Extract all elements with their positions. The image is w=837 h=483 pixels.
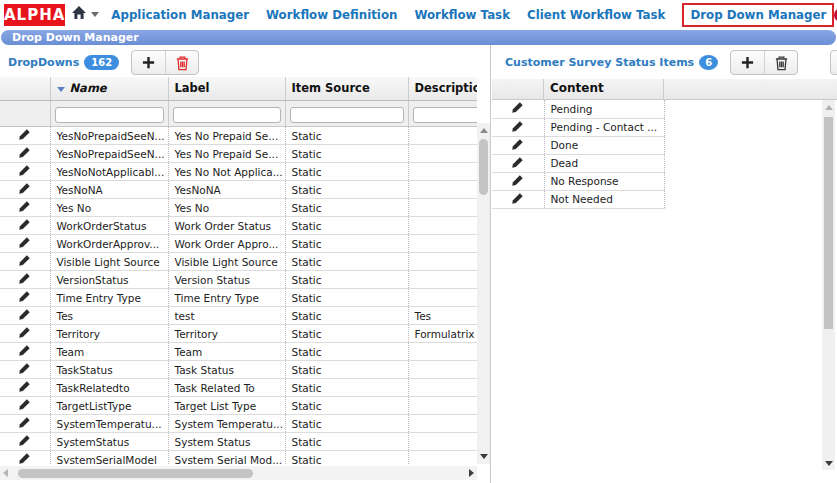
edit-cell[interactable] (0, 163, 50, 181)
edit-cell[interactable] (0, 199, 50, 217)
dropdown-row[interactable]: YesNoPrepaidSeeN...Yes No Prepaid Se...S… (0, 145, 477, 163)
edit-icon[interactable] (511, 101, 524, 114)
add-item-button[interactable] (731, 51, 764, 74)
nav-workflow-definition[interactable]: Workflow Definition (266, 8, 397, 22)
survey-items-vertical-scrollbar[interactable] (822, 100, 835, 470)
nav-application-manager[interactable]: Application Manager (111, 8, 249, 22)
edit-icon[interactable] (18, 452, 31, 464)
scroll-down-icon[interactable] (480, 454, 488, 459)
edit-cell[interactable] (0, 289, 50, 307)
dropdown-row[interactable]: TerritoryTerritoryStaticFormulatrix (0, 325, 477, 343)
edit-cell[interactable] (492, 118, 544, 136)
edit-cell[interactable] (0, 415, 50, 433)
dropdown-row[interactable]: VersionStatusVersion StatusStatic (0, 271, 477, 289)
survey-item-row[interactable]: Dead (492, 154, 664, 172)
edit-icon[interactable] (511, 192, 524, 205)
scroll-up-icon[interactable] (825, 105, 833, 110)
edit-icon[interactable] (18, 416, 31, 429)
dropdowns-horizontal-scrollbar[interactable] (0, 466, 477, 480)
edit-cell[interactable] (0, 217, 50, 235)
dropdown-row[interactable]: TaskRelatedtoTask Related ToStatic (0, 379, 477, 397)
edit-icon[interactable] (18, 128, 31, 141)
dropdown-row[interactable]: SystemStatusSystem StatusStatic (0, 433, 477, 451)
dropdown-row[interactable]: Time Entry TypeTime Entry TypeStatic (0, 289, 477, 307)
edit-icon[interactable] (18, 200, 31, 213)
edit-icon[interactable] (18, 254, 31, 267)
edit-icon[interactable] (18, 308, 31, 321)
nav-client-workflow-task[interactable]: Client Workflow Task (527, 8, 665, 22)
edit-cell[interactable] (0, 271, 50, 289)
edit-cell[interactable] (0, 433, 50, 451)
column-header-description[interactable]: Description (408, 77, 477, 100)
edit-icon[interactable] (18, 380, 31, 393)
edit-cell[interactable] (0, 325, 50, 343)
scroll-left-icon[interactable] (3, 469, 8, 477)
dropdown-row[interactable]: SystemTemperatu...System Temperatu...Sta… (0, 415, 477, 433)
edit-icon[interactable] (18, 326, 31, 339)
dropdown-row[interactable]: YesNoPrepaidSeeN...Yes No Prepaid Se...S… (0, 127, 477, 145)
edit-cell[interactable] (0, 235, 50, 253)
vertical-scrollbar-thumb[interactable] (824, 117, 833, 329)
survey-item-row[interactable]: Done (492, 136, 664, 154)
column-header-name[interactable]: Name (50, 77, 168, 100)
dropdown-row[interactable]: TargetListTypeTarget List TypeStatic (0, 397, 477, 415)
edit-icon[interactable] (18, 362, 31, 375)
filter-description-input[interactable] (413, 107, 478, 123)
horizontal-scrollbar-thumb[interactable] (18, 469, 253, 478)
scroll-right-icon[interactable] (469, 469, 474, 477)
filter-item-source-input[interactable] (290, 107, 404, 123)
edit-icon[interactable] (18, 236, 31, 249)
dropdown-row[interactable]: WorkOrderStatusWork Order StatusStatic (0, 217, 477, 235)
edit-cell[interactable] (0, 145, 50, 163)
dropdown-row[interactable]: YesNoNAYesNoNAStatic (0, 181, 477, 199)
survey-item-row[interactable]: No Response (492, 172, 664, 190)
dropdown-row[interactable]: YesNoNotApplicabl...Yes No Not Applica..… (0, 163, 477, 181)
edit-icon[interactable] (511, 174, 524, 187)
edit-cell[interactable] (0, 253, 50, 271)
filter-name-input[interactable] (55, 107, 164, 123)
edit-cell[interactable] (0, 451, 50, 465)
add-dropdown-button[interactable] (132, 51, 165, 74)
delete-item-button[interactable] (764, 51, 797, 74)
dropdown-row[interactable]: WorkOrderApprov...Work Order Appro...Sta… (0, 235, 477, 253)
alpha-logo[interactable]: ALPHA (4, 4, 65, 26)
edit-cell[interactable] (0, 397, 50, 415)
edit-cell[interactable] (0, 361, 50, 379)
edit-icon[interactable] (18, 434, 31, 447)
edit-icon[interactable] (511, 138, 524, 151)
edit-icon[interactable] (18, 272, 31, 285)
edit-cell[interactable] (0, 127, 50, 145)
edit-cell[interactable] (492, 190, 544, 208)
edit-cell[interactable] (0, 343, 50, 361)
scroll-down-icon[interactable] (825, 461, 833, 466)
dropdown-row[interactable]: TeamTeamStatic (0, 343, 477, 361)
survey-item-row[interactable]: Pending - Contact ... (492, 118, 664, 136)
edit-cell[interactable] (0, 181, 50, 199)
home-menu[interactable] (71, 5, 99, 24)
vertical-scrollbar-thumb[interactable] (479, 139, 488, 195)
edit-icon[interactable] (18, 290, 31, 303)
dropdown-row[interactable]: SystemSerialModelSystem Serial Mod...Sta… (0, 451, 477, 465)
nav-workflow-task[interactable]: Workflow Task (414, 8, 510, 22)
dropdown-row[interactable]: TestestStaticTes (0, 307, 477, 325)
column-header-item-source[interactable]: Item Source (285, 77, 408, 100)
filter-label-input[interactable] (173, 107, 281, 123)
edit-icon[interactable] (511, 120, 524, 133)
edit-icon[interactable] (18, 398, 31, 411)
dropdown-row[interactable]: TaskStatusTask StatusStatic (0, 361, 477, 379)
edit-icon[interactable] (18, 146, 31, 159)
edit-cell[interactable] (492, 154, 544, 172)
survey-item-row[interactable]: Pending (492, 100, 664, 118)
edit-cell[interactable] (492, 136, 544, 154)
dropdown-row[interactable]: Yes NoYes NoStatic (0, 199, 477, 217)
dropdown-row[interactable]: Visible Light SourceVisible Light Source… (0, 253, 477, 271)
edit-icon[interactable] (18, 344, 31, 357)
move-up-button[interactable] (831, 51, 837, 74)
edit-cell[interactable] (0, 307, 50, 325)
survey-item-row[interactable]: Not Needed (492, 190, 664, 208)
edit-cell[interactable] (492, 172, 544, 190)
dropdowns-vertical-scrollbar[interactable] (477, 123, 490, 464)
edit-cell[interactable] (0, 379, 50, 397)
scroll-up-icon[interactable] (480, 128, 488, 133)
edit-icon[interactable] (18, 218, 31, 231)
